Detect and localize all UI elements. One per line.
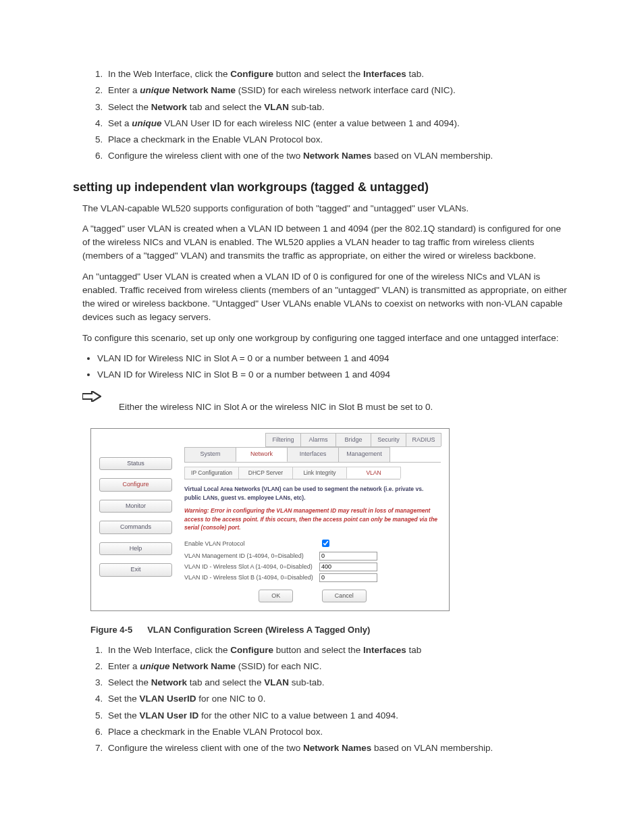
paragraph: A "tagged" user VLAN is created when a V… xyxy=(82,222,571,263)
cancel-button[interactable]: Cancel xyxy=(322,590,367,603)
list-item: Configure the wireless client with one o… xyxy=(105,741,571,755)
paragraph: An "untagged" User VLAN is created when … xyxy=(82,270,571,325)
tab-system[interactable]: System xyxy=(184,447,236,462)
list-item: In the Web Interface, click the Configur… xyxy=(105,644,571,657)
arrow-icon xyxy=(82,390,101,405)
tab-alarms[interactable]: Alarms xyxy=(300,433,336,447)
steps-list-2: In the Web Interface, click the Configur… xyxy=(73,644,571,756)
list-item: Set the VLAN User ID for the other NIC t… xyxy=(105,709,571,723)
list-item: Set the VLAN UserID for one NIC to 0. xyxy=(105,692,571,706)
tab-security[interactable]: Security xyxy=(371,433,406,447)
row-enable-vlan: Enable VLAN Protocol xyxy=(184,538,441,550)
nav-commands[interactable]: Commands xyxy=(99,521,172,534)
list-item: Select the Network tab and select the VL… xyxy=(105,676,571,689)
nav-sidebar: Status Configure Monitor Commands Help E… xyxy=(91,429,176,611)
list-item: VLAN ID for Wireless NIC in Slot B = 0 o… xyxy=(97,368,571,382)
list-item: Enter a unique Network Name (SSID) for e… xyxy=(105,660,571,673)
list-item: VLAN ID for Wireless NIC in Slot A = 0 o… xyxy=(97,352,571,365)
list-item: In the Web Interface, click the Configur… xyxy=(105,68,571,81)
label-enable-vlan: Enable VLAN Protocol xyxy=(184,540,319,549)
note: Either the wireless NIC in Slot A or the… xyxy=(82,388,571,414)
paragraph: To configure this scenario, set up only … xyxy=(82,332,571,345)
steps-list-1: In the Web Interface, click the Configur… xyxy=(73,68,571,163)
bullet-list: VLAN ID for Wireless NIC in Slot A = 0 o… xyxy=(82,352,571,382)
tab-row-upper: Filtering Alarms Bridge Security RADIUS xyxy=(265,433,441,448)
figure-vlan-screen: Status Configure Monitor Commands Help E… xyxy=(90,428,450,612)
nav-help[interactable]: Help xyxy=(99,542,172,556)
input-slot-b[interactable] xyxy=(319,573,377,582)
tab-network[interactable]: Network xyxy=(236,447,288,462)
note-text: Either the wireless NIC in Slot A or the… xyxy=(119,388,571,414)
ok-button[interactable]: OK xyxy=(259,590,293,603)
list-item: Configure the wireless client with one o… xyxy=(105,149,571,163)
row-mgmt-id: VLAN Management ID (1-4094, 0=Disabled) xyxy=(184,552,441,561)
nav-monitor[interactable]: Monitor xyxy=(99,500,172,513)
label-slot-a: VLAN ID - Wireless Slot A (1-4094, 0=Dis… xyxy=(184,563,319,572)
subtab-linkintegrity[interactable]: Link Integrity xyxy=(292,467,347,479)
row-slot-a: VLAN ID - Wireless Slot A (1-4094, 0=Dis… xyxy=(184,563,441,572)
nav-status[interactable]: Status xyxy=(99,457,172,471)
subtab-dhcp[interactable]: DHCP Server xyxy=(238,467,293,479)
list-item: Enter a unique Network Name (SSID) for e… xyxy=(105,84,571,97)
tab-row-lower: System Network Interfaces Management xyxy=(184,447,441,463)
nav-exit[interactable]: Exit xyxy=(99,563,172,577)
nav-configure[interactable]: Configure xyxy=(99,478,172,492)
checkbox-enable-vlan[interactable] xyxy=(322,540,329,547)
input-mgmt-id[interactable] xyxy=(319,552,377,561)
list-item: Place a checkmark in the Enable VLAN Pro… xyxy=(105,725,571,739)
paragraph: The VLAN-capable WL520 supports configur… xyxy=(82,202,571,215)
tab-filtering[interactable]: Filtering xyxy=(265,433,301,447)
panel-warning: Warning: Error in configuring the VLAN m… xyxy=(184,506,441,532)
list-item: Set a unique VLAN User ID for each wirel… xyxy=(105,117,571,130)
input-slot-a[interactable] xyxy=(319,563,377,571)
row-slot-b: VLAN ID - Wireless Slot B (1-4094, 0=Dis… xyxy=(184,573,441,583)
tab-interfaces[interactable]: Interfaces xyxy=(287,447,339,462)
caption-text: VLAN Configuration Screen (Wireless A Ta… xyxy=(147,625,370,635)
content-panel: Filtering Alarms Bridge Security RADIUS … xyxy=(176,429,449,611)
list-item: Place a checkmark in the Enable VLAN Pro… xyxy=(105,133,571,147)
subtab-ipconfig[interactable]: IP Configuration xyxy=(184,467,239,479)
label-mgmt-id: VLAN Management ID (1-4094, 0=Disabled) xyxy=(184,552,319,561)
tab-radius[interactable]: RADIUS xyxy=(406,433,441,447)
panel-description: Virtual Local Area Networks (VLAN) can b… xyxy=(184,485,441,502)
button-row: OK Cancel xyxy=(184,590,441,603)
label-slot-b: VLAN ID - Wireless Slot B (1-4094, 0=Dis… xyxy=(184,573,319,583)
subtab-vlan[interactable]: VLAN xyxy=(346,467,401,479)
tab-bridge[interactable]: Bridge xyxy=(336,433,371,447)
list-item: Select the Network tab and select the VL… xyxy=(105,101,571,114)
figure-caption: Figure 4-5VLAN Configuration Screen (Wir… xyxy=(90,623,571,637)
caption-number: Figure 4-5 xyxy=(90,625,132,635)
section-heading: setting up independent vlan workgroups (… xyxy=(73,178,571,197)
subtab-row: IP Configuration DHCP Server Link Integr… xyxy=(184,467,400,480)
tab-management[interactable]: Management xyxy=(338,447,390,462)
